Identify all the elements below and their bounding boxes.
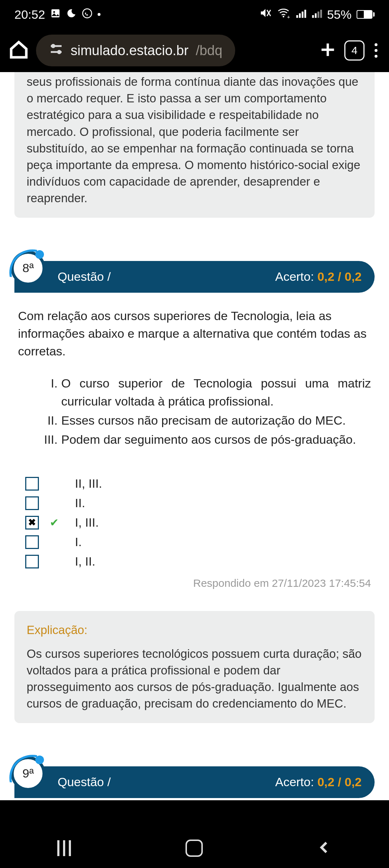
home-button-system[interactable] [185,840,203,857]
battery-text: 55% [327,8,352,22]
svg-rect-11 [312,15,314,18]
tabs-button[interactable]: 4 [344,40,365,61]
whatsapp-icon [82,8,93,22]
explanation-title: Explicação: [27,622,362,638]
question-label: Questão / [58,270,111,284]
recents-button[interactable] [57,840,71,856]
svg-text:+: + [287,14,290,19]
svg-rect-8 [299,13,301,18]
option-row[interactable]: I. [25,532,371,552]
question-8-prompt: Com relação aos cursos superiores de Tec… [18,307,371,360]
statement-number: III. [43,431,58,448]
statement-row: I.O curso superior de Tecnologia possui … [43,375,371,410]
dnd-moon-icon [66,8,77,22]
checkbox[interactable] [25,477,39,491]
url-host: simulado.estacio.br [71,43,188,58]
checkbox[interactable] [25,535,39,549]
question-8-options: II, III.II.✖✔I, III.I.I, II. [25,474,371,571]
overflow-menu-button[interactable] [372,40,380,61]
option-row[interactable]: II. [25,493,371,513]
score-label: Acerto: 0,2 / 0,2 [275,775,362,789]
answered-timestamp: Respondido em 27/11/2023 17:45:54 [18,577,371,589]
more-dot-icon [98,13,100,16]
system-nav-bar [0,828,389,868]
status-bar: 20:52 + 55% [0,0,389,29]
option-label: I, II. [75,554,95,568]
option-label: II. [75,496,85,510]
checkbox[interactable] [25,496,39,510]
tab-count: 4 [352,44,358,57]
svg-rect-12 [315,13,317,18]
address-bar[interactable]: simulado.estacio.br/bdq [36,35,235,66]
question-label: Questão / [58,775,111,789]
question-8-header: 8ª Questão / Acerto: 0,2 / 0,2 [14,261,375,293]
correct-tick-icon: ✔ [50,516,61,529]
mute-icon [259,7,272,22]
battery-icon [357,10,375,19]
statement-text: Esses cursos não precisam de autorização… [61,412,346,429]
option-row[interactable]: I, II. [25,552,371,571]
svg-rect-14 [320,10,322,18]
statement-row: II.Esses cursos não precisam de autoriza… [43,412,371,429]
wifi-icon: + [277,7,290,22]
svg-rect-13 [317,12,319,18]
option-row[interactable]: II, III. [25,474,371,493]
statement-text: Podem dar seguimento aos cursos de pós-g… [61,431,356,448]
svg-point-5 [283,16,285,18]
question-number-badge: 9ª [11,756,45,791]
score-label: Acerto: 0,2 / 0,2 [275,270,362,284]
question-8-statements: I.O curso superior de Tecnologia possui … [43,375,371,448]
statement-row: III.Podem dar seguimento aos cursos de p… [43,431,371,448]
home-button[interactable] [9,40,29,61]
page-content: seus profissionais de forma contínua dia… [0,72,389,800]
svg-rect-0 [52,9,60,17]
question-number-badge: 8ª [11,251,45,285]
signal-icon [295,8,306,22]
checkbox[interactable]: ✖ [25,516,39,530]
back-button[interactable] [317,840,332,856]
svg-rect-7 [296,15,298,18]
browser-toolbar: simulado.estacio.br/bdq 4 [0,29,389,72]
explanation-text: Os cursos superiores tecnológicos possue… [27,646,362,712]
statement-number: I. [43,375,58,410]
svg-point-1 [53,11,55,13]
svg-point-2 [83,9,92,18]
explanation-box-q8: Explicação: Os cursos superiores tecnoló… [14,611,375,723]
site-settings-icon [49,42,63,59]
statement-text: O curso superior de Tecnologia possui um… [61,375,371,410]
explanation-box-previous: seus profissionais de forma contínua dia… [14,72,375,218]
url-path: /bdq [196,43,222,58]
explanation-text: seus profissionais de forma contínua dia… [27,74,362,207]
svg-rect-10 [304,10,306,18]
option-label: II, III. [75,477,102,491]
statement-number: II. [43,412,58,429]
option-label: I, III. [75,515,99,530]
signal-icon-2 [311,8,322,22]
question-9-header: 9ª Questão / Acerto: 0,2 / 0,2 [14,766,375,798]
image-icon [50,8,61,22]
checkbox[interactable] [25,555,39,568]
svg-rect-9 [301,12,303,18]
option-label: I. [75,535,82,549]
clock: 20:52 [14,8,45,22]
new-tab-button[interactable] [318,40,337,61]
option-row[interactable]: ✖✔I, III. [25,513,371,532]
